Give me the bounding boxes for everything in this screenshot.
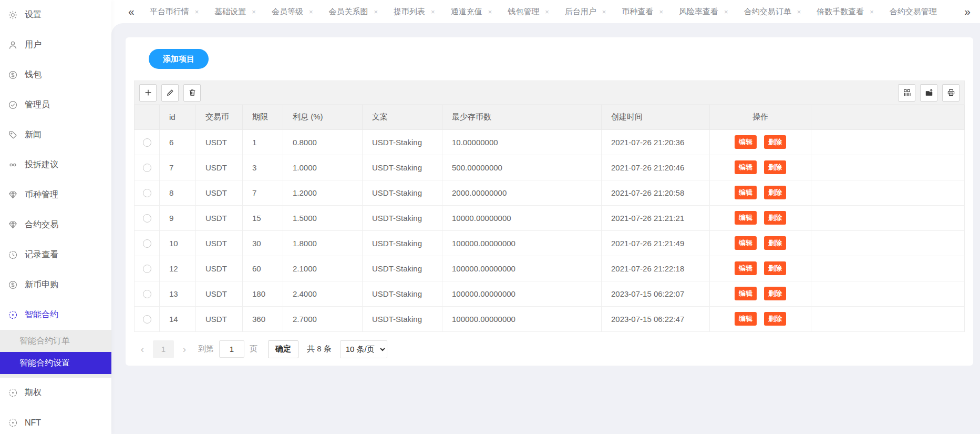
confirm-button[interactable]: 确定 (268, 340, 298, 358)
edit-button[interactable]: 编辑 (735, 287, 757, 300)
next-page-icon[interactable]: › (176, 340, 193, 358)
tool-button[interactable] (161, 84, 179, 102)
tab-item[interactable]: 通道充值 × (443, 7, 500, 17)
tab-item[interactable]: 会员关系图 × (321, 7, 386, 17)
delete-button[interactable]: 删除 (764, 160, 786, 174)
row-radio[interactable] (143, 239, 151, 248)
tab-item[interactable]: 基础设置 × (207, 7, 264, 17)
cell-coin: USDT (196, 306, 243, 331)
tab-item[interactable]: 合约交易管理 × (882, 7, 945, 17)
tool-button[interactable] (898, 84, 915, 102)
gem-icon (8, 190, 18, 200)
edit-button[interactable]: 编辑 (735, 236, 757, 250)
cell-created: 2021-07-26 21:21:49 (602, 230, 710, 256)
tab-close-icon[interactable]: × (724, 8, 728, 16)
sidebar-subitem[interactable]: 智能合约订单 (0, 330, 111, 352)
sidebar-item[interactable]: 币种管理 (0, 180, 111, 210)
cell-interest: 2.4000 (283, 281, 363, 306)
dollar-circle-icon (8, 70, 18, 80)
cell-min-deposit: 10000.00000000 (442, 205, 602, 230)
tab-item[interactable]: 合约交易订单 × (736, 7, 809, 17)
sidebar-subitem[interactable]: 智能合约设置 (0, 352, 111, 374)
sidebar-item[interactable]: 设置 (0, 0, 111, 30)
tabs-scroll-left-icon[interactable]: « (125, 5, 138, 18)
row-radio[interactable] (143, 265, 151, 273)
cell-interest: 2.1000 (283, 256, 363, 281)
delete-button[interactable]: 删除 (764, 312, 786, 326)
sidebar-item[interactable]: 用户 (0, 30, 111, 60)
tab-item[interactable]: 倍数手数查看 × (809, 7, 882, 17)
sidebar-item-label: 新闻 (25, 129, 42, 140)
tool-button[interactable] (139, 84, 157, 102)
edit-button[interactable]: 编辑 (735, 135, 757, 149)
row-radio[interactable] (143, 315, 151, 324)
sidebar-item[interactable]: NFT (0, 408, 111, 434)
table-row: 14 USDT 360 2.7000 USDT-Staking 100000.0… (135, 306, 965, 331)
sidebar-item[interactable]: 合约交易 (0, 210, 111, 240)
tab-item[interactable]: 钱包管理 × (500, 7, 557, 17)
sidebar-item[interactable]: 记录查看 (0, 240, 111, 270)
edit-button[interactable]: 编辑 (735, 312, 757, 326)
cell-filler (811, 230, 965, 256)
sidebar-item[interactable]: 新闻 (0, 120, 111, 150)
delete-button[interactable]: 删除 (764, 211, 786, 225)
sidebar-subitem-label: 智能合约设置 (19, 358, 70, 369)
tab-item[interactable]: 后台用户 × (557, 7, 614, 17)
edit-button[interactable]: 编辑 (735, 261, 757, 275)
tab-close-icon[interactable]: × (309, 8, 313, 16)
tabs-scroll-right-icon[interactable]: » (961, 5, 974, 18)
tab-item[interactable]: 会员等级 × (264, 7, 321, 17)
tool-button[interactable] (942, 84, 960, 102)
tab-close-icon[interactable]: × (545, 8, 549, 16)
row-radio[interactable] (143, 189, 151, 197)
cell-interest: 1.5000 (283, 205, 363, 230)
cell-min-deposit: 10.00000000 (442, 129, 602, 155)
tab-close-icon[interactable]: × (659, 8, 663, 16)
tab-close-icon[interactable]: × (602, 8, 606, 16)
tab-close-icon[interactable]: × (488, 8, 492, 16)
row-radio[interactable] (143, 290, 151, 298)
tab-close-icon[interactable]: × (195, 8, 199, 16)
tab-close-icon[interactable]: × (870, 8, 874, 16)
edit-button[interactable]: 编辑 (735, 160, 757, 174)
tab-close-icon[interactable]: × (431, 8, 435, 16)
goto-page-input[interactable] (219, 340, 244, 358)
tab-item[interactable]: 风险率查看 × (671, 7, 736, 17)
delete-button[interactable]: 删除 (764, 236, 786, 250)
row-radio[interactable] (143, 164, 151, 172)
tab-item[interactable]: 平台币行情 × (142, 7, 207, 17)
check-circle-icon (8, 100, 18, 110)
edit-button[interactable]: 编辑 (735, 211, 757, 225)
tab-item[interactable]: 币种查看 × (614, 7, 671, 17)
tab-label: 风险率查看 (679, 7, 718, 17)
tab-label: 会员关系图 (328, 7, 368, 17)
edit-button[interactable]: 编辑 (735, 186, 757, 199)
delete-button[interactable]: 删除 (764, 287, 786, 300)
current-page-button[interactable]: 1 (153, 340, 174, 358)
sidebar-item[interactable]: 管理员 (0, 90, 111, 120)
sidebar-item[interactable]: 投拆建议 (0, 150, 111, 180)
sidebar-item[interactable]: 期权 (0, 378, 111, 408)
tab-item[interactable]: 提币列表 × (386, 7, 443, 17)
sidebar-item[interactable]: 新币申购 (0, 270, 111, 300)
page-size-select[interactable]: 10 条/页 (340, 340, 387, 358)
sidebar-item[interactable]: 智能合约 (0, 300, 111, 330)
tool-button[interactable] (920, 84, 937, 102)
delete-button[interactable]: 删除 (764, 186, 786, 199)
prev-page-icon[interactable]: ‹ (134, 340, 151, 358)
cell-text: USDT-Staking (363, 281, 442, 306)
row-radio[interactable] (143, 214, 151, 223)
sidebar-item[interactable]: 钱包 (0, 60, 111, 90)
add-project-button[interactable]: 添加项目 (149, 49, 209, 69)
tool-button[interactable] (183, 84, 201, 102)
table-row: 12 USDT 60 2.1000 USDT-Staking 100000.00… (135, 256, 965, 281)
tab-close-icon[interactable]: × (374, 8, 378, 16)
row-radio[interactable] (143, 138, 151, 147)
tag-icon (8, 130, 18, 140)
cell-min-deposit: 500.00000000 (442, 155, 602, 180)
delete-button[interactable]: 删除 (764, 135, 786, 149)
tab-close-icon[interactable]: × (252, 8, 256, 16)
sidebar-item-label: 记录查看 (25, 249, 58, 260)
tab-close-icon[interactable]: × (797, 8, 801, 16)
delete-button[interactable]: 删除 (764, 261, 786, 275)
